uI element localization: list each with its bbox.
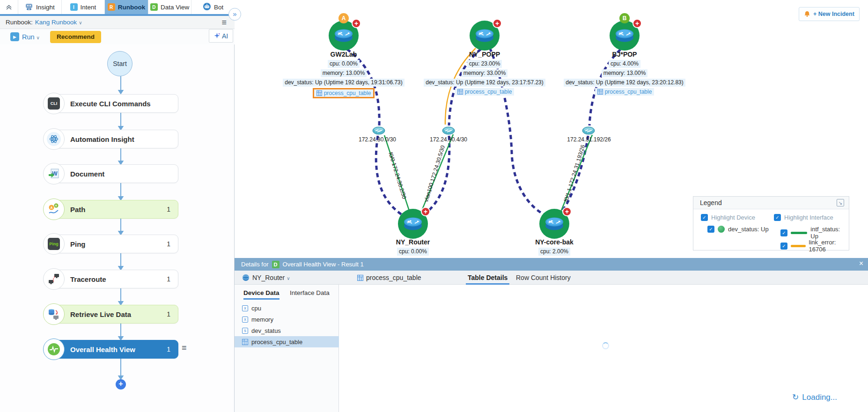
data-item-process-cpu-table[interactable]: process_cpu_table [235, 336, 339, 347]
data-item-cpu[interactable]: cpu [235, 302, 339, 314]
details-header: Details for D Overall Health View - Resu… [235, 258, 868, 271]
runbook-menu-icon[interactable] [221, 18, 227, 28]
step-menu-icon[interactable] [182, 343, 187, 353]
flow-step-execute-cli-commands[interactable]: CLI Execute CLI Commands [54, 94, 178, 113]
process-cpu-table-link[interactable]: process_cpu_table [595, 88, 655, 96]
device-selector-dropdown[interactable]: NY_Router [242, 271, 290, 285]
router-icon [333, 28, 354, 44]
legend-label: link_error: 16706 [809, 239, 849, 253]
path-endpoint-b-badge: B [619, 13, 630, 23]
metric-icon [242, 316, 248, 323]
flow-step-path[interactable]: AB Path 1 [54, 200, 178, 219]
table-link-label: process_cpu_table [605, 88, 652, 95]
device-name: BJ*POP [524, 50, 725, 59]
lan-segment-node[interactable] [372, 126, 386, 137]
subnet-label: 172.24.30.0/30 [359, 136, 396, 143]
router-icon [474, 28, 495, 44]
flow-step-ping[interactable]: Ping Ping 1 [54, 235, 178, 253]
checkbox-highlight-device[interactable] [701, 214, 708, 221]
table-icon [316, 90, 322, 96]
run-label: Run [22, 33, 40, 41]
device-node-ny-popp[interactable] [470, 21, 500, 51]
data-item-dev-status[interactable]: dev_status [235, 325, 339, 336]
device-node-bj-pop[interactable] [610, 21, 640, 51]
checkbox-dev-status[interactable] [707, 226, 714, 233]
link-error-swatch [791, 245, 806, 247]
tab-interface-data[interactable]: Interface Data [290, 287, 330, 299]
flow-start-node[interactable]: Start [107, 51, 132, 76]
subnet-label: 172.24.31.192/26 [567, 136, 611, 143]
runbook-name-dropdown[interactable]: Kang Runbook [35, 19, 82, 26]
device-name: NY-core-bak [454, 238, 655, 246]
device-node-ny-core-bak[interactable] [539, 209, 569, 239]
lan-segment-node[interactable] [441, 126, 456, 137]
table-icon [597, 89, 603, 95]
details-subheader: NY_Router process_cpu_table Table Detail… [235, 271, 868, 285]
table-icon [457, 89, 463, 95]
flow-step-traceroute[interactable]: Traceroute 1 [54, 270, 178, 288]
legend-expand-icon[interactable] [837, 199, 844, 206]
process-cpu-table-link[interactable]: process_cpu_table [313, 88, 375, 98]
tab-runbook-label: Runbook [118, 4, 146, 11]
flow-step-count: 1 [167, 275, 170, 283]
add-step-button[interactable] [116, 379, 126, 390]
device-attr-memory: memory: 13.00% [602, 69, 648, 77]
legend-label: Highlight Interface [784, 214, 833, 221]
table-icon [357, 275, 363, 281]
device-selector-label: NY_Router [252, 274, 290, 281]
new-incident-label: + New Incident [813, 11, 854, 17]
flow-step-label: Document [70, 170, 170, 178]
panel-expander-button[interactable] [228, 8, 241, 21]
tab-bot[interactable]: Bot [191, 0, 235, 14]
recommend-button[interactable]: Recommend [50, 31, 101, 43]
content-spinner [602, 342, 609, 349]
run-button[interactable]: Run [10, 32, 40, 41]
tab-table-details[interactable]: Table Details [468, 271, 508, 285]
device-node-ny-router[interactable] [398, 209, 428, 239]
close-icon[interactable] [859, 259, 863, 268]
table-name-tab[interactable]: process_cpu_table [357, 271, 421, 285]
bot-robot-icon [203, 2, 211, 12]
tab-row-count-history[interactable]: Row Count History [516, 271, 571, 285]
svg-text:B: B [55, 204, 58, 207]
tab-data-view[interactable]: D Data View [148, 0, 191, 14]
lan-segment-node[interactable] [581, 126, 596, 137]
process-cpu-table-link[interactable]: process_cpu_table [455, 88, 515, 96]
device-sphere-icon [242, 274, 250, 281]
flow-step-overall-health-view[interactable]: Overall Health View 1 [54, 340, 178, 359]
tab-device-data[interactable]: Device Data [243, 287, 280, 299]
router-icon [614, 28, 635, 44]
checkbox-highlight-interface[interactable] [774, 214, 781, 221]
anomaly-badge-icon [633, 19, 642, 28]
device-attr-cpu: cpu: 0.00% [397, 248, 429, 256]
flow-step-label: Traceroute [70, 275, 167, 283]
tab-intent[interactable]: I Intent [61, 0, 105, 14]
collapse-panel-icon[interactable] [0, 0, 18, 14]
data-item-label: cpu [251, 305, 261, 312]
ai-button[interactable]: AI [209, 29, 233, 43]
flow-step-retrieve-live-data[interactable]: Retrieve Live Data 1 [54, 305, 178, 324]
tab-insight-label: Insight [36, 4, 55, 11]
flow-step-count: 1 [167, 310, 170, 318]
new-incident-button[interactable]: + New Incident [799, 7, 860, 21]
checkbox-intf-status[interactable] [780, 229, 787, 236]
flow-step-label: Ping [70, 240, 167, 248]
flow-step-document[interactable]: W Document [54, 164, 178, 183]
svg-text:A: A [50, 206, 52, 209]
table-icon [242, 339, 248, 345]
data-item-label: memory [251, 316, 273, 323]
checkbox-link-error[interactable] [780, 243, 787, 250]
data-item-memory[interactable]: memory [235, 314, 339, 325]
flow-step-label: Retrieve Live Data [70, 310, 167, 318]
tab-runbook[interactable]: R Runbook [104, 0, 148, 14]
device-node-gw2lab[interactable] [329, 21, 359, 51]
flow-step-label: Automation Insight [70, 135, 170, 143]
document-word-icon: W [43, 163, 65, 184]
legend-label: intf_status: Up [810, 226, 849, 240]
data-item-label: dev_status [251, 327, 281, 334]
tab-insight[interactable]: AI Insight [18, 0, 61, 14]
anomaly-badge-icon [493, 19, 502, 28]
flow-step-automation-insight[interactable]: Automation Insight [54, 130, 178, 148]
data-view-icon: D [150, 3, 158, 11]
flow-step-label: Overall Health View [70, 346, 167, 353]
